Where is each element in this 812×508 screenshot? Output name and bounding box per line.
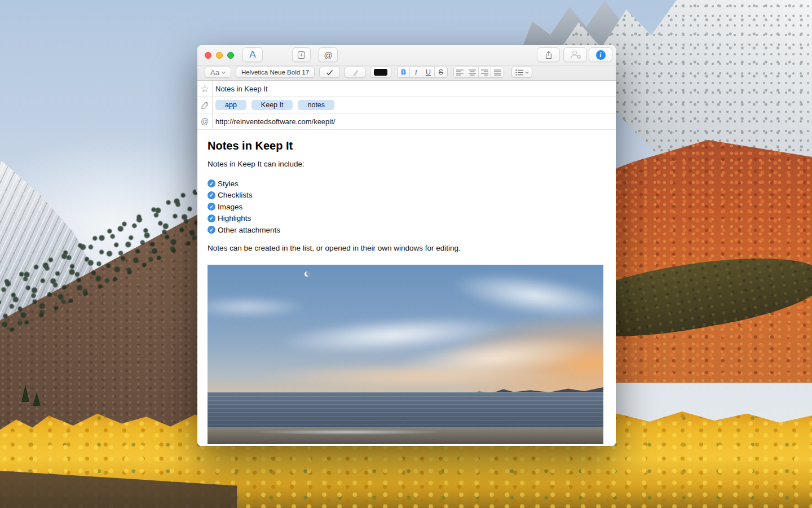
tags-field[interactable]: appKeep Itnotes [213,100,334,110]
checklist-item[interactable]: ✓ Highlights [208,213,603,225]
checklist-item[interactable]: ✓ Other attachments [208,224,603,236]
checklist-toggle-button[interactable] [319,67,340,78]
tag-icon [197,97,213,113]
checklist-item-label: Checklists [218,191,253,199]
format-bar: Aa Helvetica Neue Bold 17 B I U [197,65,616,81]
note-intro-text: Notes in Keep It can include: [208,160,603,168]
close-button[interactable] [205,52,211,59]
align-left-icon [456,69,464,76]
desktop-wallpaper: A + @ [0,0,812,508]
checkbox-checked-icon[interactable]: ✓ [208,214,215,222]
align-right-icon [481,69,488,76]
justify-icon [494,69,501,76]
show-format-bar-button[interactable]: A [242,47,263,62]
chevron-down-icon [222,71,226,74]
at-glyph: @ [201,117,209,126]
note-checklist: ✓ Styles ✓ Checklists ✓ Images ✓ Highlig… [208,178,603,236]
traffic-lights [205,52,234,59]
note-title-row: ☆ Notes in Keep It [197,81,616,97]
note-heading: Notes in Keep It [208,138,603,153]
info-button[interactable]: i [589,47,612,62]
list-style-menu[interactable] [511,67,532,78]
checklist-item[interactable]: ✓ Styles [208,178,603,190]
note-url-row: @ http://reinventedsoftware.com/keepit/ [197,113,616,130]
tag-pill[interactable]: app [215,100,246,110]
note-photo-sunset-beach[interactable] [208,265,603,444]
strikethrough-button[interactable]: S [435,67,447,77]
note-editor[interactable]: Notes in Keep It Notes in Keep It can in… [197,130,616,446]
new-note-button[interactable]: + [292,47,311,62]
alignment-group [453,67,504,78]
keep-it-window: A + @ [197,45,616,446]
checklist-item-label: Styles [218,179,239,188]
photo-beach [208,427,603,444]
checkbox-checked-icon[interactable]: ✓ [208,226,215,234]
font-name-field[interactable]: Helvetica Neue Bold 17 [236,67,315,78]
tag-pill[interactable]: notes [298,100,334,110]
checklist-item-label: Highlights [218,214,251,222]
bold-button[interactable]: B [398,67,410,77]
align-center-button[interactable] [466,67,479,77]
share-icon [544,50,553,60]
note-tags-row: appKeep Itnotes [197,97,616,113]
italic-button[interactable]: I [410,67,422,77]
text-size-menu[interactable]: Aa [205,67,231,78]
photo-cloud [258,364,574,389]
checklist-item[interactable]: ✓ Images [208,201,603,213]
text-color-button[interactable] [370,67,391,78]
add-person-button[interactable] [563,47,587,62]
url-at-icon: @ [197,113,213,129]
tag-pill[interactable]: Keep It [251,100,293,110]
justify-button[interactable] [491,67,504,77]
bullet-list-icon [515,69,523,76]
info-icon: i [596,50,606,60]
new-note-icon: + [298,51,305,59]
checklist-item-label: Images [218,203,242,211]
checkbox-checked-icon[interactable]: ✓ [208,179,215,187]
note-paragraph: Notes can be created in the list, or ope… [208,244,603,252]
text-size-label: Aa [210,68,219,77]
underline-button[interactable]: U [422,67,435,77]
checkmark-icon [326,69,333,76]
window-titlebar[interactable]: A + @ [197,45,616,65]
checkbox-checked-icon[interactable]: ✓ [208,203,215,211]
chevron-down-icon [525,71,529,74]
color-swatch-black [374,69,387,76]
checklist-item-label: Other attachments [218,226,280,234]
note-title-field[interactable]: Notes in Keep It [213,85,268,93]
minimize-button[interactable] [216,52,223,59]
note-url-field[interactable]: http://reinventedsoftware.com/keepit/ [213,117,335,126]
share-button[interactable] [537,47,560,62]
align-left-button[interactable] [454,67,466,77]
star-glyph: ☆ [200,84,209,94]
link-button[interactable]: @ [319,47,338,62]
checklist-item[interactable]: ✓ Checklists [208,190,603,202]
add-person-icon [570,50,581,59]
align-right-button[interactable] [479,67,491,77]
highlighter-icon [351,68,359,76]
zoom-button[interactable] [227,52,234,59]
photo-sea [208,392,603,428]
align-center-icon [469,69,476,76]
checkbox-checked-icon[interactable]: ✓ [208,191,215,199]
text-style-group: B I U S [397,67,448,78]
highlight-button[interactable] [345,67,365,78]
favorite-star-icon[interactable]: ☆ [197,81,213,97]
photo-crescent-moon [304,271,310,277]
